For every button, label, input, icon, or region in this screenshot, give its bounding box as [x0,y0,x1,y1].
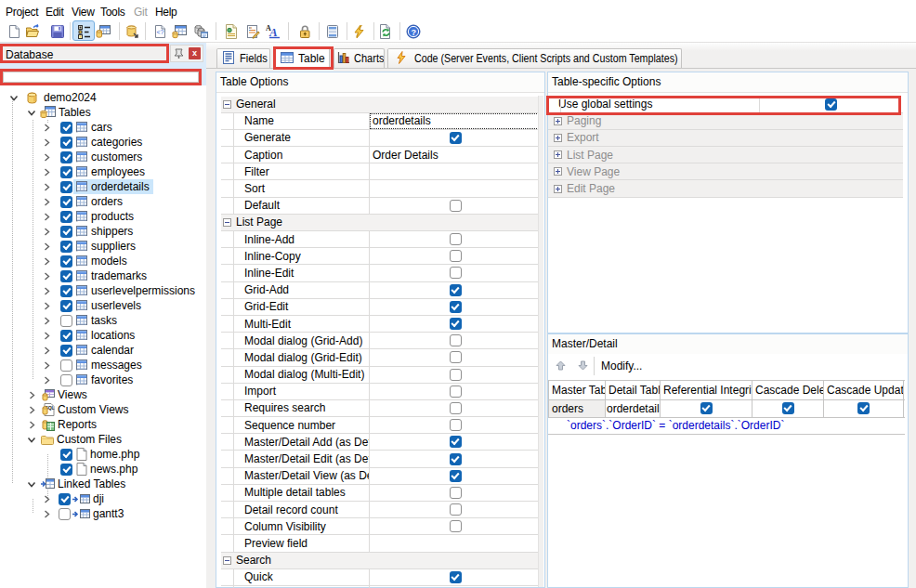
svg-text:A: A [268,25,278,39]
svg-text:<?: <? [157,29,164,35]
svg-text:?: ? [412,28,417,37]
